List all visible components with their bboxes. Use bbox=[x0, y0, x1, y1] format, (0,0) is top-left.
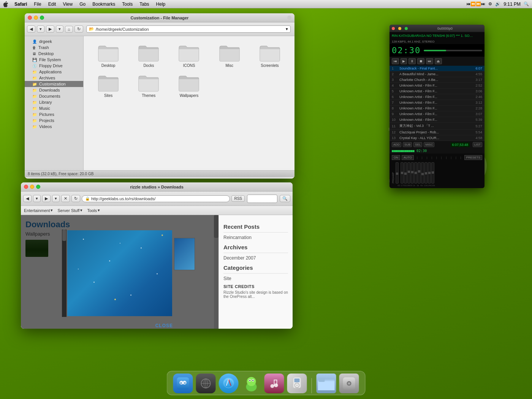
browser-stop[interactable]: ✕ bbox=[61, 195, 70, 202]
minimize-button[interactable] bbox=[34, 16, 38, 20]
browser-rss[interactable]: RSS bbox=[231, 195, 245, 202]
sidebar-item-projects[interactable]: 📁 Projects bbox=[25, 117, 83, 124]
sidebar-item-customization[interactable]: 📁 Customization bbox=[25, 81, 83, 87]
sidebar-item-trash[interactable]: 🗑 Trash bbox=[25, 44, 83, 51]
dock-ipod[interactable] bbox=[287, 374, 307, 393]
eq-band-12k[interactable] bbox=[424, 162, 428, 184]
menubar-file[interactable]: File bbox=[31, 1, 44, 8]
eq-band-170[interactable] bbox=[404, 162, 407, 184]
back-dropdown[interactable]: ▾ bbox=[37, 25, 44, 33]
folder-docks[interactable]: Docks bbox=[130, 42, 167, 69]
eq-band-3k[interactable] bbox=[418, 162, 421, 184]
eq-presets-button[interactable]: PRESETS bbox=[464, 155, 482, 160]
browser-minimize-button[interactable] bbox=[30, 185, 34, 189]
browser-search-input[interactable] bbox=[247, 195, 277, 203]
browser-back[interactable]: ◀ bbox=[23, 195, 32, 202]
sidebar-item-filesystem[interactable]: 💾 File System bbox=[25, 57, 83, 63]
media-prev[interactable]: ⏮ bbox=[392, 58, 399, 64]
browser-close-button[interactable] bbox=[24, 185, 28, 189]
eq-auto-button[interactable]: AUTO bbox=[402, 155, 414, 160]
dock-itunes[interactable] bbox=[264, 374, 284, 393]
media-minimize[interactable] bbox=[398, 27, 401, 30]
eq-band-310[interactable] bbox=[407, 162, 410, 184]
sidebar-item-library[interactable]: 📁 Library bbox=[25, 99, 83, 105]
sidebar-item-downloads[interactable]: 📁 Downloads bbox=[25, 87, 83, 93]
sidebar-item-archives[interactable]: 📁 Archives bbox=[25, 75, 83, 81]
eq-band-1k[interactable] bbox=[414, 162, 417, 184]
folder-desktop[interactable]: Desktop bbox=[90, 42, 127, 69]
menubar-bookmarks[interactable]: Bookmarks bbox=[89, 1, 118, 8]
forward-button[interactable]: ▶ bbox=[46, 25, 54, 33]
media-close[interactable] bbox=[392, 27, 395, 30]
menubar-help[interactable]: Help bbox=[153, 1, 169, 8]
fast-forward-icon[interactable]: ⏮⏪⏩⏭ bbox=[466, 2, 485, 6]
playlist-item-5[interactable]: 5 Unknown Artist - Film F... 3:06 bbox=[390, 89, 484, 94]
folder-screenlets[interactable]: Screenlets bbox=[251, 42, 288, 69]
media-next[interactable]: ⏭ bbox=[426, 58, 433, 64]
dock-system-prefs[interactable] bbox=[339, 374, 359, 393]
forward-dropdown[interactable]: ▾ bbox=[56, 25, 63, 33]
sub-button[interactable]: SUB bbox=[403, 142, 412, 147]
reload-button[interactable]: ↻ bbox=[74, 25, 83, 33]
zoom-button[interactable] bbox=[287, 16, 291, 20]
sidebar-item-pictures[interactable]: 📁 Pictures bbox=[25, 111, 83, 117]
playlist-item-8[interactable]: 8 Unknown Artist - Film F... 2:28 bbox=[390, 106, 484, 111]
sidebar-item-floppy[interactable]: 💿 Floppy Drive bbox=[25, 63, 83, 69]
playlist-item-7[interactable]: 7 Unknown Artist - Film F... 3:12 bbox=[390, 100, 484, 106]
volume-icon[interactable]: 🔊 bbox=[495, 2, 500, 6]
dock-documents-folder[interactable] bbox=[317, 374, 336, 393]
folder-misc[interactable]: Misc bbox=[211, 42, 248, 69]
bookmark-entertainment[interactable]: Entertainment ▾ bbox=[24, 208, 53, 213]
media-pause[interactable]: ⏸ bbox=[408, 58, 416, 64]
recent-post-reincarnation[interactable]: Reincarnation bbox=[223, 235, 288, 240]
sidebar-item-music[interactable]: 📁 Music bbox=[25, 105, 83, 111]
sel-button[interactable]: SEL bbox=[413, 142, 422, 147]
browser-maximize-button[interactable] bbox=[36, 185, 40, 189]
gear-icon[interactable]: ⚙ bbox=[488, 2, 492, 6]
folder-themes[interactable]: Themes bbox=[130, 72, 167, 99]
search-icon[interactable]: 🔍 bbox=[524, 2, 529, 6]
menubar-edit[interactable]: Edit bbox=[45, 1, 59, 8]
sidebar-item-applications[interactable]: 📁 Applications bbox=[25, 69, 83, 75]
playlist-item-6[interactable]: 6 Unknown Artist - Film F... 2:46 bbox=[390, 94, 484, 100]
media-eject[interactable]: ⏏ bbox=[435, 58, 442, 64]
media-maximize[interactable] bbox=[405, 27, 408, 30]
bookmark-tools[interactable]: Tools ▾ bbox=[87, 208, 100, 213]
playlist-item-4[interactable]: 4 Unknown Artist - Film F... 2:52 bbox=[390, 83, 484, 89]
eq-band-14k[interactable] bbox=[428, 162, 431, 184]
folder-wallpapers[interactable]: Wallpapers bbox=[170, 72, 207, 99]
playlist-item-13[interactable]: 13 Crystal Kay - ALL YOUR... 4:58 bbox=[390, 135, 484, 141]
eq-band-600[interactable] bbox=[411, 162, 414, 184]
playlist-item-1[interactable]: 1 Soundtrack - Final Fant... 6:07 bbox=[390, 66, 484, 71]
folder-icons[interactable]: ICONS bbox=[170, 42, 207, 69]
playlist-item-10[interactable]: 10 Unknown Artist - Film F... 5:39 bbox=[390, 117, 484, 123]
dock-network[interactable] bbox=[196, 374, 216, 393]
dock-finder[interactable] bbox=[173, 374, 193, 393]
eq-on-button[interactable]: ON bbox=[392, 155, 400, 160]
playlist-item-11[interactable]: 11 東方神起 - Vol.3 「T ... 5:27 bbox=[390, 123, 484, 130]
browser-back-dropdown[interactable]: ▾ bbox=[33, 195, 41, 202]
preamp-slider[interactable] bbox=[396, 162, 399, 184]
dock-adium[interactable] bbox=[242, 374, 261, 393]
lightbox-overlay[interactable]: CLOSE bbox=[21, 215, 218, 329]
close-button[interactable] bbox=[28, 16, 32, 20]
eq-band-60[interactable] bbox=[401, 162, 404, 184]
media-play[interactable]: ▶ bbox=[401, 58, 407, 64]
eq-band-16k[interactable] bbox=[431, 162, 434, 184]
lightbox-scroll-thumb[interactable] bbox=[62, 230, 66, 241]
back-button[interactable]: ◀ bbox=[27, 25, 35, 33]
playlist-item-3[interactable]: 3 Charlotte Church - A Be... 3:17 bbox=[390, 77, 484, 83]
sidebar-item-drgeek[interactable]: 👤 drgeek bbox=[25, 38, 83, 44]
lightbox-close-button[interactable]: CLOSE bbox=[155, 323, 173, 328]
menubar-tabs[interactable]: Tabs bbox=[136, 1, 152, 8]
browser-reload[interactable]: ↻ bbox=[71, 195, 80, 202]
browser-search-button[interactable]: 🔍 bbox=[280, 195, 290, 202]
menubar-go[interactable]: Go bbox=[76, 1, 89, 8]
sidebar-item-videos[interactable]: 📁 Videos bbox=[25, 124, 83, 130]
menubar-tools[interactable]: Tools bbox=[119, 1, 136, 8]
eq-band-6k[interactable] bbox=[421, 162, 424, 184]
misc-button[interactable]: MISC bbox=[424, 142, 434, 147]
address-dropdown[interactable]: ▾ bbox=[286, 27, 288, 32]
menubar-safari[interactable]: Safari bbox=[11, 1, 30, 8]
media-progress-bar[interactable] bbox=[424, 50, 482, 51]
